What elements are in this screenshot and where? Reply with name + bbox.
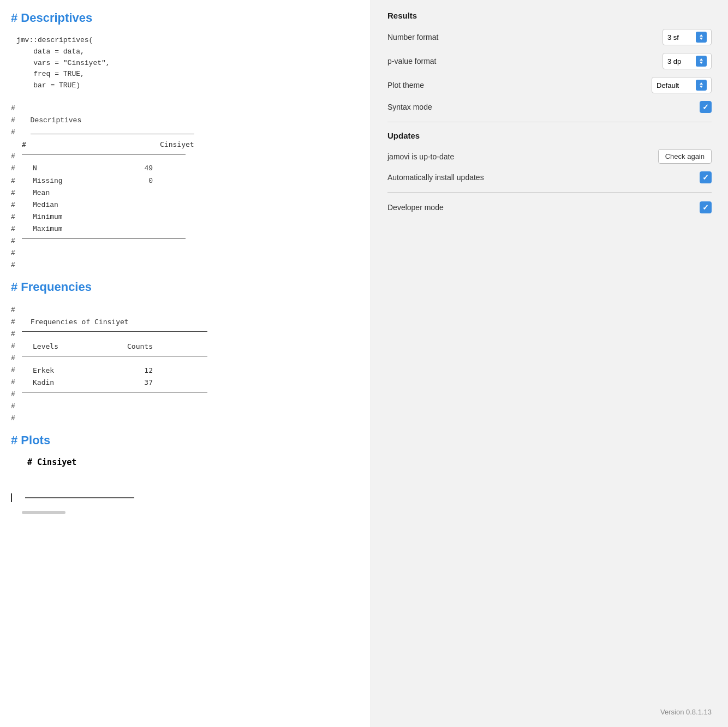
auto-install-checkbox[interactable]: ✓ — [700, 171, 712, 183]
number-format-row: Number format 3 sf — [387, 29, 712, 45]
code-block: jmv::descriptives( data = data, vars = "… — [11, 35, 354, 92]
col-header-cinsiyet: Cinsiyet — [151, 139, 194, 151]
pvalue-format-row: p-value format 3 dp — [387, 53, 712, 69]
auto-install-checkmark: ✓ — [702, 173, 709, 182]
update-status-label: jamovi is up-to-date — [387, 152, 454, 161]
plot-theme-row: Plot theme Default — [387, 77, 712, 93]
heading-frequencies: # Frequencies — [11, 280, 354, 294]
results-title: Results — [387, 11, 712, 20]
right-panel: Results Number format 3 sf p-value forma… — [371, 0, 728, 727]
developer-mode-checkbox[interactable]: ✓ — [700, 201, 712, 213]
number-format-arrow-icon[interactable] — [696, 32, 707, 43]
plot-theme-label: Plot theme — [387, 81, 424, 90]
text-cursor — [11, 493, 12, 502]
auto-install-row: Automatically install updates ✓ — [387, 171, 712, 183]
pvalue-format-arrow-icon[interactable] — [696, 56, 707, 67]
plot-theme-select[interactable]: Default — [652, 77, 712, 93]
syntax-mode-checkmark: ✓ — [702, 103, 709, 111]
syntax-mode-row: Syntax mode ✓ — [387, 101, 712, 113]
bottom-input-area — [11, 489, 354, 502]
left-panel: # Descriptives jmv::descriptives( data =… — [0, 0, 371, 727]
subheading-cinsiyet: # Cinsiyet — [11, 457, 354, 467]
heading-plots: # Plots — [11, 433, 354, 448]
version-label: Version 0.8.1.13 — [660, 708, 712, 716]
developer-mode-checkmark: ✓ — [702, 203, 709, 212]
pvalue-format-select[interactable]: 3 dp — [663, 53, 712, 69]
updates-title: Updates — [387, 131, 712, 140]
heading-descriptives: # Descriptives — [11, 11, 354, 25]
scrollbar-track[interactable] — [22, 511, 65, 514]
number-format-label: Number format — [387, 33, 438, 41]
developer-mode-label: Developer mode — [387, 203, 444, 212]
scrollbar-container[interactable] — [11, 508, 354, 519]
pvalue-format-label: p-value format — [387, 57, 436, 65]
bottom-divider — [25, 497, 134, 498]
divider-1 — [387, 122, 712, 122]
pvalue-format-value: 3 dp — [667, 57, 681, 65]
descriptives-section: # # Descriptives # # Cinsiyet # #N49 #Mi… — [11, 103, 354, 271]
frequencies-section: # # Frequencies of Cinsiyet # # Levels C… — [11, 304, 354, 425]
plot-theme-arrow-icon[interactable] — [696, 80, 707, 91]
syntax-mode-label: Syntax mode — [387, 103, 432, 111]
syntax-mode-checkbox[interactable]: ✓ — [700, 101, 712, 113]
plot-theme-value: Default — [657, 81, 679, 90]
number-format-select[interactable]: 3 sf — [663, 29, 712, 45]
number-format-value: 3 sf — [667, 33, 679, 41]
update-status-row: jamovi is up-to-date Check again — [387, 149, 712, 164]
check-again-button[interactable]: Check again — [658, 149, 712, 164]
developer-mode-row: Developer mode ✓ — [387, 201, 712, 213]
auto-install-label: Automatically install updates — [387, 173, 484, 182]
divider-2 — [387, 192, 712, 193]
